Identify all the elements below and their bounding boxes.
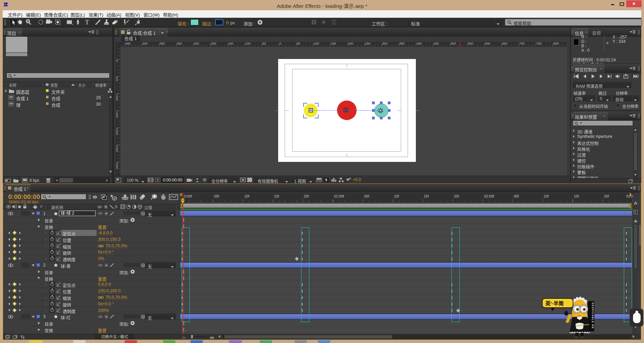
svg-text:DESPICABLE ME: DESPICABLE ME (592, 303, 594, 329)
